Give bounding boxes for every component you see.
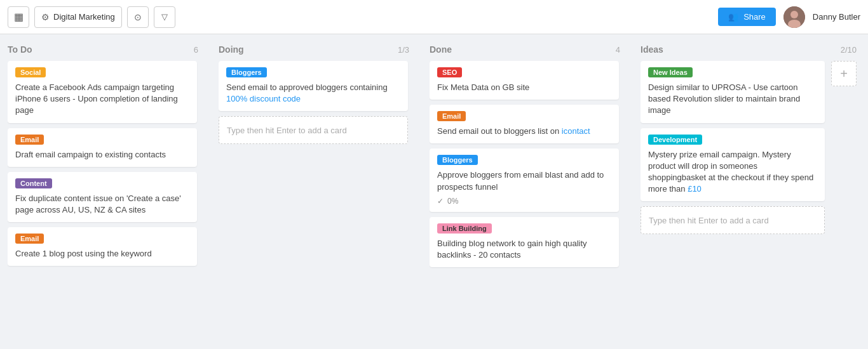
board-title-button[interactable]: ⚙ Digital Marketing — [34, 6, 122, 28]
history-button[interactable]: ⊙ — [127, 6, 149, 28]
amount-link[interactable]: £10 — [688, 184, 702, 194]
board-title: Digital Marketing — [53, 12, 115, 22]
column-ideas-body: New Ideas Design similar to UPROSA - Use… — [641, 61, 826, 339]
card-email-draft-label: Email — [15, 135, 44, 145]
card-new-ideas-text: Design similar to UPROSA - Use cartoon b… — [648, 82, 817, 117]
card-bloggers-email[interactable]: Bloggers Send email to approved bloggers… — [219, 61, 408, 111]
header-right: 👥 Share Danny Butler — [718, 6, 860, 28]
user-name: Danny Butler — [813, 12, 860, 22]
card-email-draft[interactable]: Email Draft email campaign to existing c… — [8, 128, 197, 167]
card-bloggers-approve-text: Approve bloggers from email blast and ad… — [437, 169, 611, 192]
card-link-building-text: Building blog network to gain high quali… — [437, 238, 611, 261]
card-link-building-label: Link Building — [437, 223, 492, 234]
column-todo-title: To Do — [8, 44, 32, 55]
checkmark-icon: ✓ — [437, 197, 444, 206]
avatar[interactable] — [783, 6, 805, 28]
card-development-label: Development — [648, 135, 702, 145]
card-social-text: Create a Facebook Ads campaign targeting… — [15, 82, 189, 117]
people-icon: 👥 — [728, 12, 738, 22]
card-seo[interactable]: SEO Fix Meta Data on GB site — [430, 61, 619, 100]
column-done-count: 4 — [616, 45, 620, 55]
card-social-label: Social — [15, 67, 46, 77]
progress-value: 0% — [447, 197, 458, 206]
card-content-label: Content — [15, 178, 52, 188]
card-bloggers-approve-label: Bloggers — [437, 155, 478, 165]
column-done: Done 4 SEO Fix Meta Data on GB site Emai… — [430, 44, 620, 339]
board-icon: ▦ — [14, 11, 24, 23]
card-email-icontact-text: Send email out to bloggers list on icont… — [437, 126, 611, 137]
card-seo-label: SEO — [437, 67, 462, 77]
board: To Do 6 Social Create a Facebook Ads cam… — [0, 34, 868, 349]
card-email-blog-text: Create 1 blog post using the keyword — [15, 248, 189, 260]
column-ideas-count: 2/10 — [841, 45, 857, 55]
card-bloggers-email-label: Bloggers — [226, 67, 267, 77]
add-card-doing[interactable]: Type then hit Enter to add a card — [219, 116, 408, 144]
column-done-body: SEO Fix Meta Data on GB site Email Send … — [430, 61, 620, 339]
card-social[interactable]: Social Create a Facebook Ads campaign ta… — [8, 61, 197, 123]
card-new-ideas[interactable]: New Ideas Design similar to UPROSA - Use… — [641, 61, 825, 123]
card-content[interactable]: Content Fix duplicate content issue on '… — [8, 172, 197, 222]
add-card-doing-placeholder: Type then hit Enter to add a card — [227, 126, 347, 135]
column-todo-header: To Do 6 — [8, 44, 198, 55]
board-view-button[interactable]: ▦ — [8, 6, 29, 28]
card-link-building[interactable]: Link Building Building blog network to g… — [430, 217, 619, 267]
column-doing-header: Doing 1/3 — [219, 44, 409, 55]
column-ideas: Ideas 2/10 New Ideas Design similar to U… — [641, 44, 857, 339]
card-new-ideas-label: New Ideas — [648, 67, 693, 77]
card-bloggers-email-text: Send email to approved bloggers containi… — [226, 82, 400, 105]
icontact-link[interactable]: icontact — [562, 126, 590, 136]
card-email-icontact-label: Email — [437, 111, 466, 121]
card-email-blog-label: Email — [15, 234, 44, 244]
header: ▦ ⚙ Digital Marketing ⊙ ▽ 👥 Share Danny … — [0, 0, 868, 34]
card-bloggers-progress: ✓ 0% — [437, 197, 611, 206]
column-done-header: Done 4 — [430, 44, 620, 55]
history-icon: ⊙ — [134, 12, 142, 22]
filter-icon: ▽ — [161, 12, 168, 22]
column-todo-count: 6 — [194, 45, 198, 55]
add-card-ideas-placeholder: Type then hit Enter to add a card — [649, 216, 769, 225]
card-email-icontact[interactable]: Email Send email out to bloggers list on… — [430, 105, 619, 143]
card-email-draft-text: Draft email campaign to existing contact… — [15, 149, 189, 161]
add-column-button[interactable]: + — [831, 61, 857, 86]
card-email-blog[interactable]: Email Create 1 blog post using the keywo… — [8, 227, 197, 266]
card-content-text: Fix duplicate content issue on 'Create a… — [15, 193, 189, 216]
gear-icon: ⚙ — [41, 12, 50, 22]
discount-link[interactable]: 100% discount code — [226, 94, 301, 103]
column-doing-title: Doing — [219, 44, 244, 55]
card-development-text: Mystery prize email campaign. Mystery pr… — [648, 149, 817, 195]
column-todo: To Do 6 Social Create a Facebook Ads cam… — [8, 44, 198, 339]
card-seo-text: Fix Meta Data on GB site — [437, 82, 611, 93]
share-label: Share — [743, 12, 766, 22]
share-button[interactable]: 👥 Share — [718, 8, 776, 26]
add-card-ideas[interactable]: Type then hit Enter to add a card — [641, 206, 825, 234]
column-todo-body: Social Create a Facebook Ads campaign ta… — [8, 61, 198, 339]
filter-button[interactable]: ▽ — [154, 6, 175, 28]
svg-point-1 — [790, 11, 798, 18]
column-doing-count: 1/3 — [398, 45, 409, 55]
column-doing-body: Bloggers Send email to approved bloggers… — [219, 61, 409, 339]
column-ideas-header: Ideas 2/10 — [641, 44, 857, 55]
card-bloggers-approve[interactable]: Bloggers Approve bloggers from email bla… — [430, 148, 619, 211]
column-doing: Doing 1/3 Bloggers Send email to approve… — [219, 44, 409, 339]
column-done-title: Done — [430, 44, 452, 55]
card-development[interactable]: Development Mystery prize email campaign… — [641, 128, 825, 202]
column-ideas-title: Ideas — [641, 44, 663, 55]
